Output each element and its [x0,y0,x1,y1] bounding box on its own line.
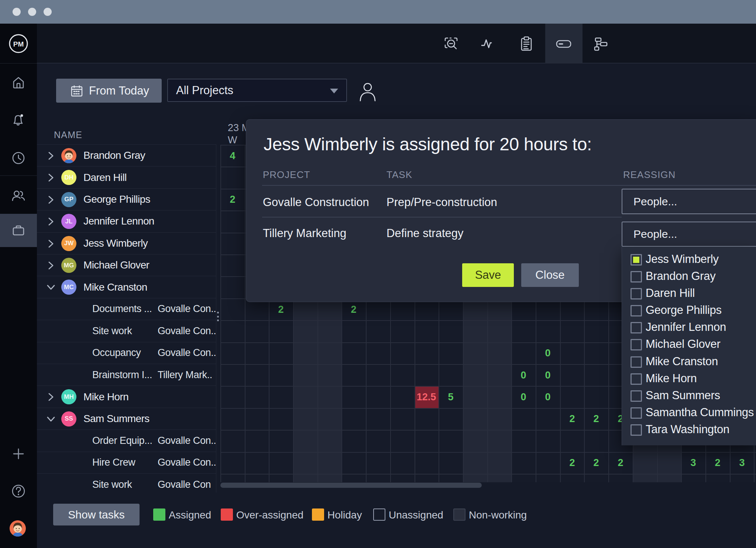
svg-text:PM: PM [13,40,24,48]
